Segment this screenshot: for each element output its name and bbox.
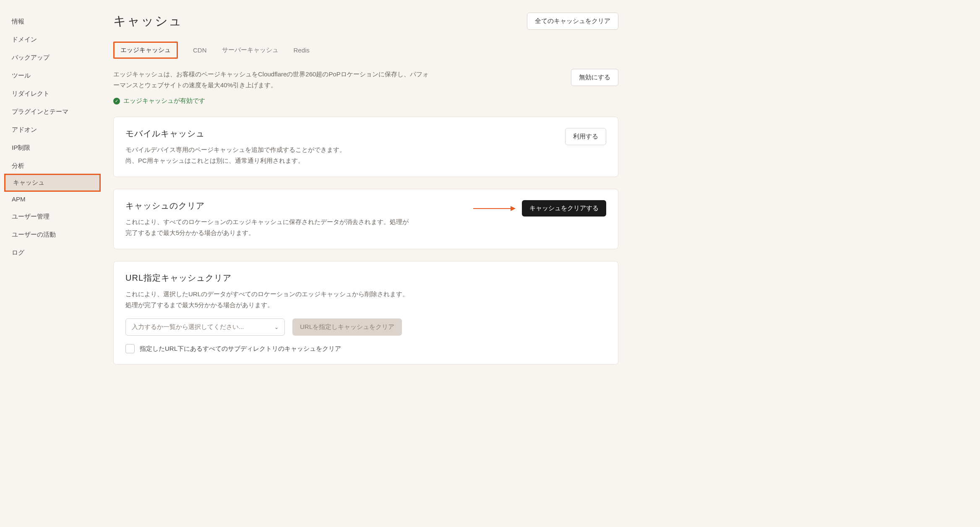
tab-cdn[interactable]: CDN — [193, 43, 207, 57]
url-select-placeholder: 入力するか一覧から選択してください... — [132, 323, 244, 331]
edge-description: エッジキャッシュは、お客様のページキャッシュをCloudflareの世界260超… — [113, 69, 432, 90]
disable-edge-button[interactable]: 無効にする — [571, 69, 618, 86]
sidebar-item-user-management[interactable]: ユーザー管理 — [0, 208, 105, 226]
sidebar-item-plugins-themes[interactable]: プラグインとテーマ — [0, 103, 105, 121]
clear-cache-button[interactable]: キャッシュをクリアする — [522, 200, 606, 217]
sidebar-item-domain[interactable]: ドメイン — [0, 31, 105, 49]
sidebar-item-backup[interactable]: バックアップ — [0, 49, 105, 67]
clear-cache-card: キャッシュのクリア これにより、すべてのロケーションのエッジキャッシュに保存され… — [113, 189, 618, 249]
sidebar-item-tools[interactable]: ツール — [0, 67, 105, 85]
edge-status: ✓ エッジキャッシュが有効です — [113, 97, 618, 105]
check-circle-icon: ✓ — [113, 98, 120, 104]
mobile-cache-desc: モバイルデバイス専用のページキャッシュを追加で作成することができます。 尚、PC… — [125, 144, 346, 166]
url-clear-card: URL指定キャッシュクリア これにより、選択したURLのデータがすべてのロケーシ… — [113, 261, 618, 365]
enable-mobile-cache-button[interactable]: 利用する — [565, 128, 606, 145]
clear-all-cache-button[interactable]: 全てのキャッシュをクリア — [527, 13, 618, 30]
sidebar-item-redirect[interactable]: リダイレクト — [0, 85, 105, 103]
sidebar-item-cache[interactable]: キャッシュ — [4, 174, 101, 192]
sidebar-item-user-activity[interactable]: ユーザーの活動 — [0, 226, 105, 244]
arrow-right-icon — [473, 208, 515, 209]
subdirectory-checkbox-label: 指定したURL下にあるすべてのサブディレクトリのキャッシュをクリア — [140, 345, 341, 353]
tabs: エッジキャッシュ CDN サーバーキャッシュ Redis — [113, 42, 618, 59]
url-clear-title: URL指定キャッシュクリア — [125, 272, 606, 284]
sidebar-item-info[interactable]: 情報 — [0, 13, 105, 31]
clear-cache-desc: これにより、すべてのロケーションのエッジキャッシュに保存されたデータが消去されま… — [125, 217, 411, 238]
subdirectory-checkbox[interactable] — [125, 344, 135, 353]
mobile-desc-line1: モバイルデバイス専用のページキャッシュを追加で作成することができます。 — [125, 146, 346, 153]
subdirectory-checkbox-row[interactable]: 指定したURL下にあるすべてのサブディレクトリのキャッシュをクリア — [125, 344, 606, 353]
mobile-cache-card: モバイルキャッシュ モバイルデバイス専用のページキャッシュを追加で作成することが… — [113, 117, 618, 177]
edge-intro-row: エッジキャッシュは、お客様のページキャッシュをCloudflareの世界260超… — [113, 69, 618, 90]
sidebar-item-apm[interactable]: APM — [0, 190, 105, 208]
tab-edge-cache[interactable]: エッジキャッシュ — [113, 42, 178, 59]
mobile-cache-title: モバイルキャッシュ — [125, 128, 346, 139]
page-header: キャッシュ 全てのキャッシュをクリア — [113, 13, 618, 30]
tab-redis[interactable]: Redis — [294, 43, 310, 57]
page-title: キャッシュ — [113, 13, 182, 30]
clear-url-cache-button[interactable]: URLを指定しキャッシュをクリア — [292, 318, 402, 336]
mobile-desc-line2: 尚、PC用キャッシュはこれとは別に、通常通り利用されます。 — [125, 157, 304, 164]
sidebar-item-addons[interactable]: アドオン — [0, 121, 105, 139]
url-select-input[interactable]: 入力するか一覧から選択してください... ⌄ — [125, 318, 285, 336]
url-clear-desc: これにより、選択したURLのデータがすべてのロケーションのエッジキャッシュから削… — [125, 289, 411, 310]
sidebar: 情報 ドメイン バックアップ ツール リダイレクト プラグインとテーマ アドオン… — [0, 0, 105, 527]
main-content: キャッシュ 全てのキャッシュをクリア エッジキャッシュ CDN サーバーキャッシ… — [105, 0, 633, 527]
edge-status-text: エッジキャッシュが有効です — [123, 97, 205, 105]
sidebar-item-logs[interactable]: ログ — [0, 244, 105, 262]
clear-cache-title: キャッシュのクリア — [125, 200, 411, 211]
sidebar-item-analytics[interactable]: 分析 — [0, 157, 105, 175]
tab-server-cache[interactable]: サーバーキャッシュ — [222, 43, 279, 57]
chevron-down-icon: ⌄ — [274, 324, 279, 330]
sidebar-item-ip-restriction[interactable]: IP制限 — [0, 139, 105, 157]
